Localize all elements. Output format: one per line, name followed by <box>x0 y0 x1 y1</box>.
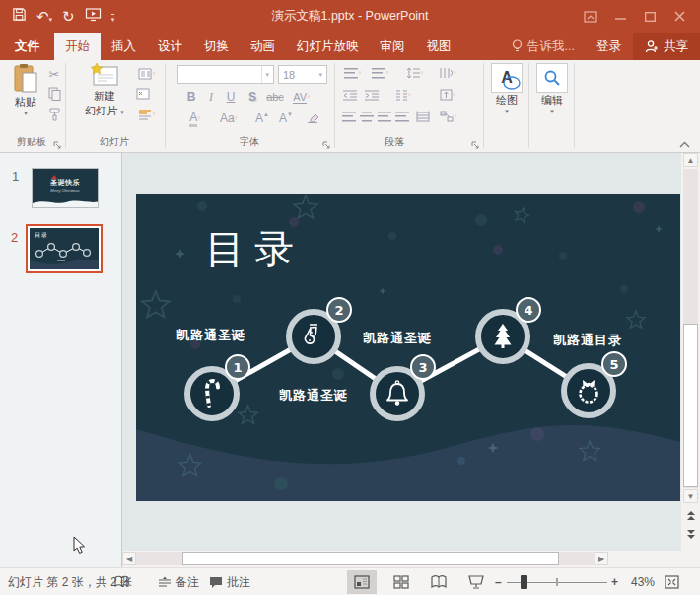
font-color-button[interactable]: A▾ <box>183 111 207 126</box>
text-direction-button[interactable]: ▾ <box>434 66 461 80</box>
collapse-ribbon-button[interactable] <box>678 136 692 148</box>
share-button[interactable]: 共享 <box>633 33 700 60</box>
bold-button[interactable]: B <box>183 89 199 105</box>
toc-label-1[interactable]: 凯路通圣诞 <box>176 327 245 344</box>
slide-2-thumbnail-selected[interactable]: 目录 <box>26 224 103 273</box>
comments-button[interactable]: 批注 <box>209 568 250 595</box>
align-text-button[interactable]: ▾ <box>434 88 461 102</box>
paste-button[interactable]: 粘贴 ▾ <box>6 63 45 117</box>
line-spacing-button[interactable]: ▾ <box>402 66 428 80</box>
scroll-right-button[interactable]: ▶ <box>595 552 608 565</box>
slide-title[interactable]: 目录 <box>205 222 304 276</box>
slide-sorter-button[interactable] <box>386 570 416 594</box>
font-name-combo[interactable]: ▾ <box>177 65 274 84</box>
toc-label-4[interactable]: 凯路通目录 <box>553 332 622 349</box>
scroll-down-button[interactable]: ▼ <box>683 489 698 503</box>
zoom-out-button[interactable]: – <box>495 568 502 595</box>
undo-button[interactable]: ↶▾ <box>36 8 52 26</box>
mini-snow-hill <box>33 197 98 207</box>
tab-file[interactable]: 文件 <box>0 33 54 60</box>
copy-button[interactable] <box>45 86 63 102</box>
start-slideshow-button[interactable] <box>85 7 102 26</box>
underline-button[interactable]: U <box>223 89 239 105</box>
zoom-slider-thumb[interactable] <box>521 575 527 589</box>
align-center-button[interactable] <box>359 110 375 123</box>
align-left-button[interactable] <box>341 110 357 123</box>
wreath-icon <box>574 376 603 406</box>
slide-1-thumbnail[interactable]: 圣诞快乐 Merry Christmas <box>32 168 99 208</box>
toc-label-3[interactable]: 凯路通圣诞 <box>279 387 348 405</box>
tab-slideshow[interactable]: 幻灯片放映 <box>286 33 370 60</box>
strikethrough-button[interactable]: abc <box>264 89 286 105</box>
scroll-left-button[interactable]: ◀ <box>122 552 136 565</box>
tab-view[interactable]: 视图 <box>416 33 462 60</box>
close-button[interactable] <box>668 7 690 27</box>
tab-home[interactable]: 开始 <box>54 33 101 60</box>
toc-badge-2: 2 <box>326 297 352 323</box>
ribbon-display-options-button[interactable] <box>580 7 601 27</box>
clear-formatting-button[interactable] <box>304 111 321 126</box>
tell-me-box[interactable]: 告诉我... <box>502 33 585 60</box>
scroll-up-button[interactable]: ▲ <box>683 153 698 167</box>
horizontal-scroll-thumb[interactable] <box>182 552 559 565</box>
font-dialog-launcher[interactable] <box>322 136 332 146</box>
fit-to-window-button[interactable] <box>659 570 684 594</box>
proofing-button[interactable] <box>114 568 129 595</box>
maximize-icon <box>645 12 656 22</box>
columns-button[interactable]: ▾ <box>390 88 416 102</box>
toc-label-2[interactable]: 凯路通圣诞 <box>363 330 432 347</box>
drawing-button[interactable]: A 绘图 ▾ <box>487 63 526 115</box>
slide-canvas[interactable]: 目录 <box>136 194 680 501</box>
decrease-indent-button[interactable] <box>341 88 359 102</box>
format-painter-button[interactable] <box>45 107 63 122</box>
normal-view-button[interactable] <box>347 570 377 594</box>
change-case-button[interactable]: Aa▾ <box>215 111 243 126</box>
line-spacing-icon <box>406 67 420 79</box>
sign-in-button[interactable]: 登录 <box>585 33 633 60</box>
tab-review[interactable]: 审阅 <box>370 33 416 60</box>
tab-insert[interactable]: 插入 <box>101 33 147 60</box>
editing-button[interactable]: 编辑 ▾ <box>532 63 572 115</box>
slideshow-view-button[interactable] <box>461 570 491 594</box>
zoom-level[interactable]: 43% <box>631 568 655 595</box>
convert-to-smartart-button[interactable]: ▾ <box>436 110 461 123</box>
align-right-button[interactable] <box>377 110 392 123</box>
font-size-combo[interactable]: 18▾ <box>278 65 327 84</box>
tab-transitions[interactable]: 切换 <box>193 33 240 60</box>
cut-button[interactable]: ✂ <box>45 66 63 82</box>
character-spacing-button[interactable]: AV▾ <box>288 89 315 105</box>
section-button[interactable]: ▾ <box>134 107 160 122</box>
paragraph-dialog-launcher[interactable] <box>471 136 481 146</box>
numbering-button[interactable]: ▾ <box>369 66 392 80</box>
bullets-button[interactable]: ▾ <box>341 66 365 80</box>
window-controls <box>580 0 696 33</box>
reset-slide-button[interactable] <box>134 86 152 102</box>
reading-view-button[interactable] <box>424 570 454 594</box>
text-shadow-button[interactable]: S <box>245 89 260 105</box>
tab-animations[interactable]: 动画 <box>240 33 286 60</box>
clipboard-dialog-launcher[interactable] <box>53 136 63 146</box>
maximize-button[interactable] <box>639 7 661 27</box>
next-slide-button[interactable] <box>683 527 698 542</box>
tab-design[interactable]: 设计 <box>147 33 193 60</box>
previous-slide-button[interactable] <box>683 508 698 523</box>
vertical-scroll-thumb[interactable] <box>683 324 698 487</box>
stocking-icon <box>299 322 328 351</box>
scissors-icon: ✂ <box>49 67 60 82</box>
italic-button[interactable]: I <box>203 89 219 105</box>
layout-button[interactable]: ▾ <box>134 66 160 82</box>
decrease-indent-icon <box>343 90 357 101</box>
save-button[interactable] <box>12 7 27 26</box>
distribute-button[interactable] <box>414 110 432 123</box>
increase-font-size-button[interactable]: A▲ <box>252 111 272 126</box>
customize-qat-button[interactable]: ▾ <box>111 8 115 26</box>
increase-indent-button[interactable] <box>363 88 381 102</box>
justify-button[interactable] <box>394 110 410 123</box>
new-slide-button[interactable]: 新建 幻灯片 ▾ <box>79 63 130 118</box>
decrease-font-size-button[interactable]: A▼ <box>276 111 296 126</box>
minimize-button[interactable] <box>609 7 631 27</box>
redo-button[interactable]: ↻ <box>62 9 75 24</box>
notes-button[interactable]: 备注 <box>158 568 199 595</box>
undo-icon: ↶ <box>36 8 49 25</box>
zoom-in-button[interactable]: + <box>611 568 618 595</box>
